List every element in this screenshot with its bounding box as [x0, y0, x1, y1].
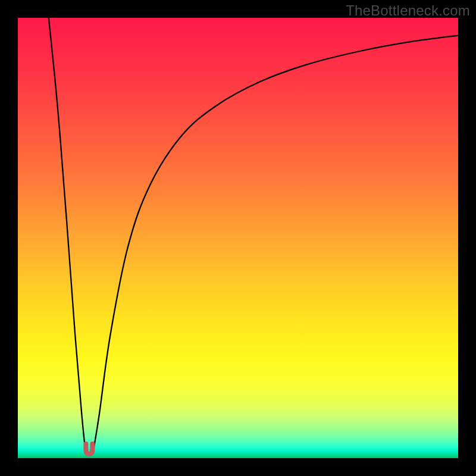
plot-area	[18, 18, 458, 458]
attribution-label: TheBottleneck.com	[346, 2, 470, 19]
chart-frame: TheBottleneck.com	[0, 0, 476, 476]
curve-right	[93, 36, 458, 450]
curve-left	[49, 18, 85, 449]
curves-layer	[18, 18, 458, 458]
chart-lines	[49, 18, 458, 454]
trough-marker	[86, 444, 92, 454]
